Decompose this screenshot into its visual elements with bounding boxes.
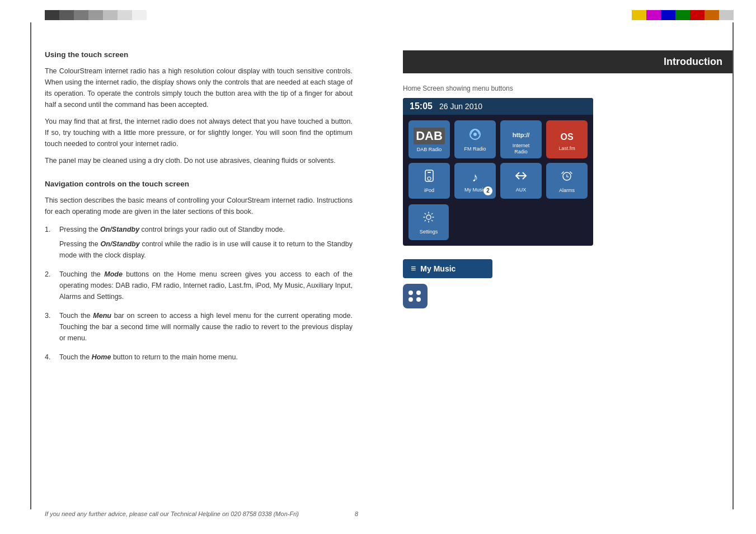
color-bar-left — [45, 10, 147, 20]
para-touch-2: You may find that at first, the internet… — [45, 116, 353, 149]
bold-italic-menu: Menu — [93, 312, 111, 320]
btn-lastfm-label: Last.fm — [558, 146, 575, 152]
intro-banner: Introduction — [403, 50, 734, 73]
ipod-icon — [424, 170, 435, 185]
btn-ipod-label: iPod — [424, 188, 434, 194]
btn-aux-label: AUX — [516, 187, 527, 193]
dab-icon: DAB — [414, 128, 445, 144]
bold-italic-home: Home — [92, 353, 111, 361]
para-touch-3: The panel may be cleaned using a dry clo… — [45, 155, 353, 166]
para-nav-1: This section describes the basic means o… — [45, 195, 353, 217]
list-item-1-sub: Pressing the On/Standby control while th… — [59, 238, 353, 261]
cb-r-5 — [690, 10, 705, 20]
cb-block-4 — [88, 10, 103, 20]
cb-r-7 — [719, 10, 734, 20]
aux-icon — [515, 170, 527, 185]
svg-point-1 — [473, 133, 477, 136]
cb-block-2 — [59, 10, 74, 20]
para-touch-1: The ColourStream internet radio has a hi… — [45, 65, 353, 110]
bold-italic-on-standby-2: On/Standby — [101, 240, 140, 248]
screen-time: 15:05 — [410, 101, 433, 111]
btn-lastfm[interactable]: OS Last.fm — [546, 120, 588, 158]
cb-r-3 — [661, 10, 675, 20]
cb-block-7 — [132, 10, 147, 20]
left-column: Using the touch screen The ColourStream … — [0, 0, 381, 534]
list-item-1: 1. Pressing the On/Standby control bring… — [45, 224, 353, 261]
inet-icon: http:// — [513, 126, 530, 140]
dots-icon-container[interactable] — [403, 284, 428, 308]
cb-block-5 — [103, 10, 118, 20]
cb-r-6 — [705, 10, 719, 20]
heading-nav-controls: Navigation controls on the touch screen — [45, 180, 353, 188]
list-item-4: 4. Touch the Home button to return to th… — [45, 352, 353, 363]
btn-ipod[interactable]: iPod — [408, 163, 450, 199]
color-bar-right — [632, 10, 734, 20]
right-column: Introduction Home Screen showing menu bu… — [381, 0, 756, 534]
my-music-bar-label: My Music — [420, 264, 456, 273]
screen-caption: Home Screen showing menu buttons — [403, 85, 734, 92]
device-screen: 15:05 26 Jun 2010 DAB DAB Radio — [403, 98, 593, 246]
dot-1 — [408, 291, 413, 295]
cb-r-2 — [646, 10, 661, 20]
cb-block-1 — [45, 10, 59, 20]
btn-internet-radio[interactable]: http:// InternetRadio — [500, 120, 542, 158]
cb-block-3 — [74, 10, 88, 20]
btn-settings[interactable]: Settings — [408, 204, 449, 240]
dot-4 — [416, 297, 421, 302]
screen-bottom-row: Settings — [403, 204, 593, 246]
btn-dab-label: DAB Radio — [417, 147, 442, 153]
footer-text: If you need any further advice, please c… — [45, 510, 299, 517]
heading-touch-screen: Using the touch screen — [45, 50, 353, 59]
dot-3 — [408, 297, 413, 302]
screen-header: 15:05 26 Jun 2010 — [403, 98, 593, 115]
page-number: 8 — [355, 510, 358, 517]
btn-inet-label: InternetRadio — [513, 143, 530, 155]
screen-date: 26 Jun 2010 — [439, 102, 482, 111]
bold-italic-on-standby-1: On/Standby — [100, 226, 139, 233]
list-item-3: 3. Touch the Menu bar on screen to acces… — [45, 310, 353, 344]
fm-icon — [469, 128, 481, 144]
vline-left — [30, 22, 31, 509]
btn-fm-label: FM Radio — [464, 146, 486, 152]
cb-block-6 — [118, 10, 132, 20]
cb-r-1 — [632, 10, 646, 20]
settings-icon — [422, 211, 435, 227]
music-icon: ♪ — [472, 170, 478, 185]
lastfm-icon: OS — [560, 129, 573, 143]
btn-dab-radio[interactable]: DAB DAB Radio — [408, 120, 450, 158]
menu-lines-icon: ≡ — [411, 264, 416, 274]
btn-alarms[interactable]: Alarms — [546, 163, 588, 199]
btn-mymusic-label: My Music — [464, 187, 486, 193]
dot-2 — [416, 291, 421, 295]
vline-right — [732, 22, 734, 509]
nav-list: 1. Pressing the On/Standby control bring… — [45, 224, 353, 363]
btn-my-music[interactable]: ♪ My Music 2 — [454, 163, 496, 199]
badge-mymusic: 2 — [483, 186, 492, 195]
btn-alarms-label: Alarms — [559, 188, 575, 194]
footer: If you need any further advice, please c… — [45, 510, 358, 517]
screen-body: DAB DAB Radio FM R — [403, 115, 593, 204]
list-item-2: 2. Touching the Mode buttons on the Home… — [45, 269, 353, 302]
dots-grid — [408, 291, 422, 302]
svg-rect-4 — [428, 172, 431, 173]
bold-italic-mode: Mode — [104, 270, 123, 278]
svg-point-3 — [428, 177, 431, 180]
page-container: Using the touch screen The ColourStream … — [0, 0, 756, 534]
btn-settings-label: Settings — [420, 229, 438, 235]
my-music-bar[interactable]: ≡ My Music — [403, 259, 492, 278]
cb-r-4 — [675, 10, 690, 20]
btn-fm-radio[interactable]: FM Radio — [454, 120, 496, 158]
alarm-icon — [561, 170, 573, 185]
btn-aux[interactable]: AUX — [500, 163, 542, 199]
